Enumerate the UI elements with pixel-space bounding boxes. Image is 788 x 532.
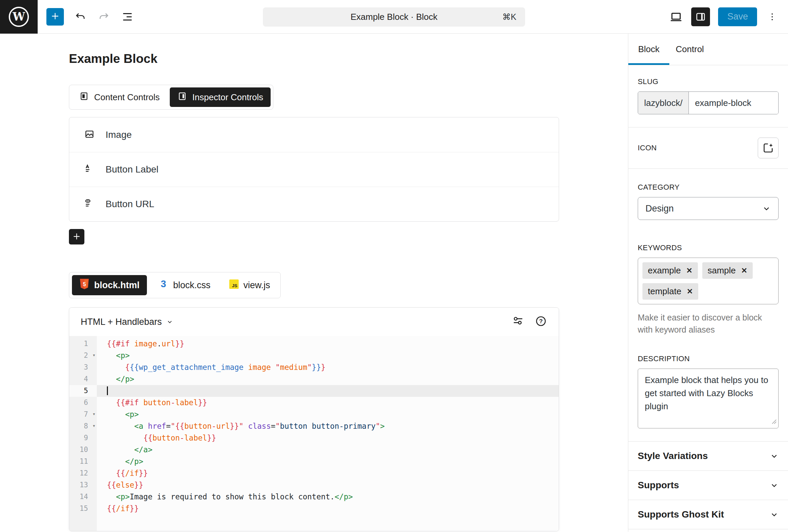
file-tab-label: view.js bbox=[243, 280, 270, 291]
chevron-down-icon bbox=[166, 318, 173, 325]
keyword-tag: sample✕ bbox=[702, 262, 753, 279]
fold-arrow-icon[interactable]: ▾ bbox=[93, 408, 96, 420]
code-file-tabs: 5 block.html 3 block.css JS bbox=[69, 272, 281, 298]
sidebar-tabs: Block Control bbox=[628, 34, 788, 65]
text-field-icon bbox=[84, 163, 95, 176]
line-number: 11 bbox=[69, 456, 97, 468]
wordpress-icon: W bbox=[9, 7, 29, 27]
tab-inspector-controls[interactable]: Inspector Controls bbox=[170, 87, 271, 107]
fold-arrow-icon[interactable]: ▾ bbox=[93, 349, 96, 361]
slug-prefix: lazyblock/ bbox=[638, 92, 689, 114]
control-row-image[interactable]: Image bbox=[69, 117, 559, 152]
panel-title: Supports Ghost Kit bbox=[638, 509, 724, 520]
line-number: 7▾ bbox=[69, 409, 97, 420]
slug-input[interactable] bbox=[689, 92, 778, 114]
line-number: 12 bbox=[69, 468, 97, 479]
keywords-help-text: Make it easier to discover a block with … bbox=[638, 312, 779, 336]
settings-sidebar: Block Control SLUG lazyblock/ ICON bbox=[628, 34, 788, 532]
block-title[interactable]: Example Block bbox=[69, 52, 559, 66]
code-line[interactable]: 3 {{{wp_get_attachment_image image "medi… bbox=[69, 361, 559, 373]
description-label: DESCRIPTION bbox=[638, 354, 779, 363]
options-menu-button[interactable] bbox=[765, 10, 779, 24]
code-line[interactable]: 2▾ <p> bbox=[69, 350, 559, 361]
line-number: 6 bbox=[69, 397, 97, 409]
code-line[interactable]: 1{{#if image.url}} bbox=[69, 338, 559, 350]
chevron-down-icon bbox=[770, 452, 779, 460]
panel-condition[interactable]: Condition bbox=[628, 529, 788, 532]
icon-picker-button[interactable] bbox=[758, 138, 779, 158]
code-line[interactable]: 10 </a> bbox=[69, 444, 559, 456]
panel-supports[interactable]: Supports bbox=[628, 471, 788, 500]
css3-icon: 3 bbox=[158, 278, 169, 292]
icon-section: ICON bbox=[628, 127, 788, 169]
chevron-down-icon bbox=[770, 510, 779, 519]
remove-keyword-icon[interactable]: ✕ bbox=[686, 266, 692, 275]
description-textarea[interactable]: Example block that helps you to get star… bbox=[638, 369, 779, 429]
add-control-button[interactable] bbox=[69, 229, 84, 244]
code-line[interactable]: 12 {{/if}} bbox=[69, 468, 559, 479]
code-line[interactable]: 15{{/if}} bbox=[69, 503, 559, 514]
js-icon: JS bbox=[229, 279, 239, 291]
category-label: CATEGORY bbox=[638, 183, 779, 192]
preview-button[interactable] bbox=[669, 10, 683, 24]
panel-style-variations[interactable]: Style Variations bbox=[628, 441, 788, 471]
code-line[interactable]: 4 </p> bbox=[69, 373, 559, 385]
tab-view-js[interactable]: JS view.js bbox=[222, 275, 278, 295]
remove-keyword-icon[interactable]: ✕ bbox=[687, 287, 693, 296]
control-row-button-url[interactable]: Button URL bbox=[69, 186, 559, 221]
save-button[interactable]: Save bbox=[718, 7, 757, 26]
code-line[interactable]: 5 bbox=[69, 385, 559, 397]
code-lines: 1{{#if image.url}}2▾ <p>3 {{{wp_get_atta… bbox=[69, 338, 559, 514]
tab-block-css[interactable]: 3 block.css bbox=[151, 275, 218, 295]
tab-content-controls[interactable]: Content Controls bbox=[72, 87, 167, 107]
code-line[interactable]: 14 <p>Image is required to show this blo… bbox=[69, 491, 559, 503]
panel-supports-ghost-kit[interactable]: Supports Ghost Kit bbox=[628, 500, 788, 529]
control-row-button-label[interactable]: Button Label bbox=[69, 152, 559, 186]
top-bar: W Example Block · Block ⌘K bbox=[0, 0, 788, 34]
code-line[interactable]: 7▾ <p> bbox=[69, 409, 559, 420]
icon-label: ICON bbox=[638, 143, 657, 152]
sidebar-tab-control[interactable]: Control bbox=[669, 34, 710, 65]
code-line[interactable]: 8▾ <a href="{{button-url}}" class="butto… bbox=[69, 420, 559, 432]
undo-button[interactable] bbox=[73, 10, 87, 24]
control-label: Button Label bbox=[105, 164, 158, 175]
editor-help-button[interactable]: ? bbox=[534, 315, 547, 329]
wordpress-logo-button[interactable]: W bbox=[0, 0, 38, 34]
keywords-box[interactable]: example✕sample✕template✕ bbox=[638, 258, 779, 304]
remove-keyword-icon[interactable]: ✕ bbox=[741, 266, 747, 275]
code-editor-textarea[interactable]: 1{{#if image.url}}2▾ <p>3 {{{wp_get_atta… bbox=[69, 336, 559, 531]
sidebar-tab-label: Control bbox=[676, 44, 704, 55]
code-line[interactable]: 9 {{button-label}} bbox=[69, 432, 559, 444]
link-icon bbox=[84, 198, 95, 210]
syntax-mode-select[interactable]: HTML + Handlebars bbox=[81, 317, 173, 327]
svg-text:5: 5 bbox=[83, 281, 86, 287]
code-line[interactable]: 11 </p> bbox=[69, 456, 559, 468]
slug-input-group: lazyblock/ bbox=[638, 92, 779, 114]
redo-button[interactable] bbox=[97, 10, 111, 24]
sidebar-toggle-icon bbox=[695, 11, 706, 22]
document-title: Example Block · Block bbox=[351, 12, 438, 22]
settings-sidebar-toggle[interactable] bbox=[691, 7, 710, 26]
fold-arrow-icon[interactable]: ▾ bbox=[93, 420, 96, 432]
command-palette[interactable]: Example Block · Block ⌘K bbox=[263, 7, 525, 26]
control-label: Image bbox=[105, 130, 132, 140]
category-value: Design bbox=[646, 203, 674, 214]
code-line[interactable]: 6 {{#if button-label}} bbox=[69, 397, 559, 409]
editor-settings-button[interactable] bbox=[512, 315, 525, 329]
plus-icon bbox=[50, 11, 60, 22]
tab-block-html[interactable]: 5 block.html bbox=[72, 275, 147, 295]
category-select[interactable]: Design bbox=[638, 197, 779, 220]
settings-sliders-icon bbox=[512, 315, 525, 328]
list-view-icon bbox=[121, 11, 134, 23]
document-overview-button[interactable] bbox=[120, 10, 135, 24]
line-number: 5 bbox=[69, 385, 97, 397]
code-editor-header: HTML + Handlebars ? bbox=[69, 308, 559, 336]
editor-canvas: Example Block Content Controls Inspector… bbox=[0, 34, 628, 532]
add-block-button[interactable] bbox=[46, 8, 64, 25]
line-number: 1 bbox=[69, 338, 97, 350]
html5-icon: 5 bbox=[79, 278, 90, 292]
code-line[interactable]: 13{{else}} bbox=[69, 479, 559, 491]
inspector-panel-icon bbox=[177, 91, 187, 103]
sidebar-tab-block[interactable]: Block bbox=[628, 34, 669, 65]
block-card-icon bbox=[79, 91, 89, 103]
